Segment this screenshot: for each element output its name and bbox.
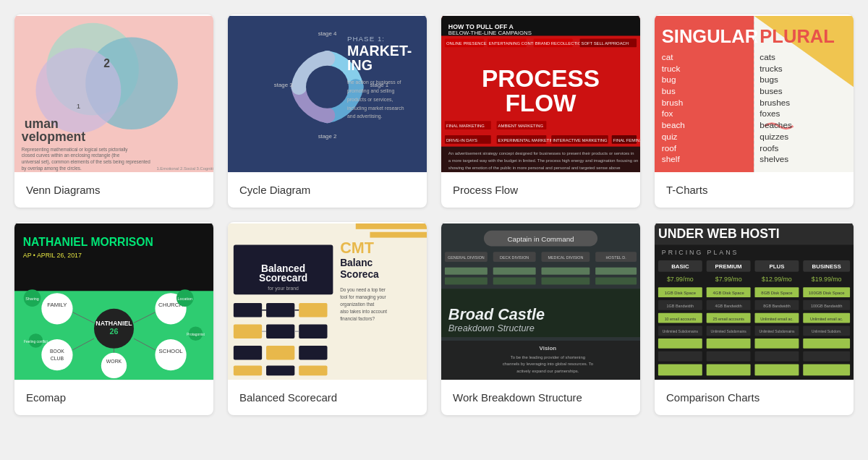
svg-point-14 bbox=[306, 66, 349, 108]
svg-point-103 bbox=[101, 353, 127, 378]
svg-text:Unlimited email ac.: Unlimited email ac. bbox=[810, 317, 843, 321]
card-balanced-scorecard[interactable]: CMT Balanc Scoreca Do you need a top tie… bbox=[228, 222, 427, 415]
svg-text:buses: buses bbox=[760, 86, 783, 95]
svg-text:$7.99/mo: $7.99/mo bbox=[715, 276, 742, 284]
svg-text:Do you need a top tier: Do you need a top tier bbox=[340, 287, 386, 293]
svg-text:NATHANIEL: NATHANIEL bbox=[95, 320, 132, 327]
svg-text:FINAL MARKETING: FINAL MARKETING bbox=[446, 124, 485, 128]
svg-text:bus: bus bbox=[662, 86, 676, 95]
svg-text:HOSTEL D.: HOSTEL D. bbox=[605, 255, 626, 260]
svg-text:fox: fox bbox=[662, 108, 673, 118]
card-label-ecomap: Ecomap bbox=[14, 381, 213, 415]
svg-text:UNDER WEB HOSTI: UNDER WEB HOSTI bbox=[658, 226, 780, 241]
svg-text:brushes: brushes bbox=[760, 98, 790, 107]
svg-text:BRAND RECOLLECTION: BRAND RECOLLECTION bbox=[535, 41, 584, 46]
svg-text:SOFT SELL APPROACH: SOFT SELL APPROACH bbox=[581, 41, 629, 46]
svg-rect-130 bbox=[266, 303, 294, 318]
svg-rect-156 bbox=[445, 268, 488, 275]
svg-text:FLOW: FLOW bbox=[505, 90, 576, 116]
svg-text:Unlimited Subdomains: Unlimited Subdomains bbox=[759, 330, 795, 333]
card-label-balanced: Balanced Scorecard bbox=[228, 381, 427, 415]
svg-text:EXPERIMENTAL MARKETING: EXPERIMENTAL MARKETING bbox=[498, 138, 558, 142]
thumbnail-ecomap: NATHANIEL MORRISON AP • APRIL 26, 2017 N… bbox=[14, 222, 213, 381]
card-label-cycle: Cycle Diagram bbox=[228, 174, 427, 208]
svg-rect-141 bbox=[299, 346, 327, 360]
svg-rect-157 bbox=[493, 268, 536, 275]
svg-text:GENERAL DIVISION: GENERAL DIVISION bbox=[448, 255, 485, 260]
thumbnail-process: HOW TO PULL OFF A BELOW-THE-LINE CAMPAIG… bbox=[441, 14, 640, 174]
svg-rect-225 bbox=[707, 352, 751, 362]
svg-text:Breakdown Structure: Breakdown Structure bbox=[448, 323, 535, 333]
svg-text:roofs: roofs bbox=[760, 143, 778, 153]
svg-text:Scoreca: Scoreca bbox=[340, 269, 379, 280]
svg-text:velopment: velopment bbox=[22, 129, 85, 144]
svg-text:financial factors?: financial factors? bbox=[340, 316, 375, 321]
svg-text:SCHOOL: SCHOOL bbox=[159, 348, 184, 354]
svg-text:$7.99/mo: $7.99/mo bbox=[667, 276, 694, 284]
svg-text:Unlimited Subdomains: Unlimited Subdomains bbox=[711, 330, 747, 333]
svg-text:BUSINESS: BUSINESS bbox=[812, 263, 841, 270]
svg-text:DECK DIVISION: DECK DIVISION bbox=[500, 255, 529, 260]
svg-text:brush: brush bbox=[662, 98, 683, 107]
svg-text:FAMILY: FAMILY bbox=[47, 302, 67, 308]
svg-text:closed curves within an enclos: closed curves within an enclosing rectan… bbox=[22, 153, 120, 158]
svg-text:stage 2: stage 2 bbox=[318, 133, 337, 140]
card-cycle-diagram[interactable]: stage 4 stage 1 stage 2 stage 3 PHASE 1:… bbox=[228, 14, 427, 208]
svg-rect-162 bbox=[541, 278, 590, 285]
svg-text:2: 2 bbox=[103, 57, 110, 69]
svg-text:AP • APRIL 26, 2017: AP • APRIL 26, 2017 bbox=[23, 252, 82, 259]
card-comparison-charts[interactable]: UNDER WEB HOSTI PRICING PLANS BASIC PREM… bbox=[655, 222, 854, 415]
svg-text:tool for managing your: tool for managing your bbox=[340, 294, 386, 300]
svg-text:products or services,: products or services, bbox=[347, 97, 393, 103]
svg-text:promoting and selling: promoting and selling bbox=[347, 88, 394, 94]
svg-text:An advertisement strategy conc: An advertisement strategy concept design… bbox=[448, 151, 634, 156]
card-process-flow[interactable]: HOW TO PULL OFF A BELOW-THE-LINE CAMPAIG… bbox=[441, 14, 640, 208]
svg-rect-161 bbox=[493, 278, 536, 285]
svg-rect-131 bbox=[299, 303, 327, 318]
svg-text:CMT: CMT bbox=[340, 239, 374, 257]
card-wbs[interactable]: Captain in Command GENERAL DIVISION DECK… bbox=[441, 222, 640, 415]
svg-text:shelf: shelf bbox=[662, 154, 681, 163]
svg-text:ONLINE PRESENCE: ONLINE PRESENCE bbox=[446, 41, 487, 46]
svg-text:10 email accounts: 10 email accounts bbox=[665, 317, 697, 321]
svg-text:truck: truck bbox=[662, 64, 681, 73]
svg-text:Sharing: Sharing bbox=[25, 297, 39, 301]
thumbnail-venn: 2 1 uman velopment Representing mathemat… bbox=[14, 14, 213, 174]
svg-text:quiz: quiz bbox=[662, 132, 678, 141]
svg-text:MEDICAL DIVISION: MEDICAL DIVISION bbox=[548, 255, 583, 260]
svg-rect-230 bbox=[754, 364, 799, 375]
svg-rect-224 bbox=[658, 352, 702, 362]
card-ecomap[interactable]: NATHANIEL MORRISON AP • APRIL 26, 2017 N… bbox=[14, 222, 213, 415]
svg-rect-129 bbox=[234, 303, 262, 318]
svg-point-90 bbox=[41, 293, 72, 324]
svg-text:1: 1 bbox=[77, 102, 80, 110]
svg-text:beaches: beaches bbox=[760, 120, 792, 129]
svg-text:Vision: Vision bbox=[540, 345, 557, 352]
svg-text:CLUB: CLUB bbox=[51, 356, 64, 361]
svg-rect-222 bbox=[754, 338, 799, 349]
thumbnail-cycle: stage 4 stage 1 stage 2 stage 3 PHASE 1:… bbox=[228, 14, 427, 174]
svg-text:To be the leading provider of : To be the leading provider of shortening bbox=[511, 355, 585, 359]
svg-text:Captain in Command: Captain in Command bbox=[507, 235, 574, 243]
svg-text:bugs: bugs bbox=[760, 74, 778, 84]
svg-text:Protagonist: Protagonist bbox=[187, 333, 205, 336]
svg-rect-144 bbox=[299, 365, 327, 375]
svg-text:Balanced: Balanced bbox=[261, 263, 305, 274]
svg-text:for your brand: for your brand bbox=[268, 286, 299, 291]
svg-text:Feeling conflict: Feeling conflict bbox=[24, 340, 48, 344]
svg-text:$19.99/mo: $19.99/mo bbox=[812, 276, 842, 284]
card-t-charts[interactable]: SINGULAR PLURAL cat truck bug bus brush … bbox=[655, 14, 854, 208]
svg-text:organization that: organization that bbox=[340, 302, 374, 307]
svg-rect-220 bbox=[658, 338, 702, 349]
svg-rect-116 bbox=[370, 232, 427, 238]
svg-text:AMBIENT MARKETING: AMBIENT MARKETING bbox=[498, 124, 544, 128]
svg-text:bug: bug bbox=[662, 74, 676, 84]
svg-text:4GB Bandwidth: 4GB Bandwidth bbox=[715, 304, 741, 308]
card-label-venn: Venn Diagrams bbox=[14, 174, 213, 208]
card-venn-diagrams[interactable]: 2 1 uman velopment Representing mathemat… bbox=[14, 14, 213, 208]
svg-text:cat: cat bbox=[662, 52, 673, 61]
svg-text:trucks: trucks bbox=[760, 64, 782, 73]
svg-text:actively expand our partnershi: actively expand our partnerships. bbox=[516, 369, 579, 373]
card-label-wbs: Work Breakdown Structure bbox=[441, 381, 640, 415]
svg-text:1.Emotional 2.Social 3.Cogniti: 1.Emotional 2.Social 3.Cognitive bbox=[156, 166, 213, 171]
